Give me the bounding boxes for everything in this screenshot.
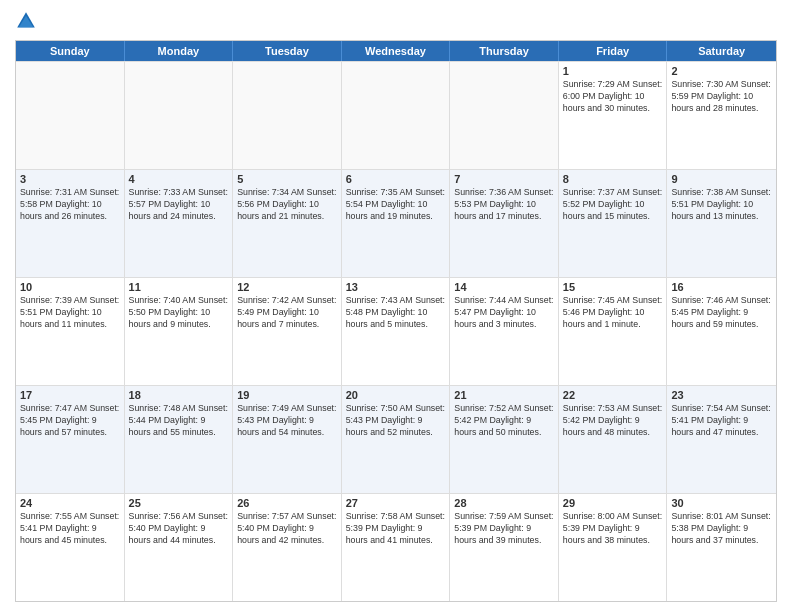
cal-cell: 15Sunrise: 7:45 AM Sunset: 5:46 PM Dayli…: [559, 278, 668, 385]
cell-info: Sunrise: 7:30 AM Sunset: 5:59 PM Dayligh…: [671, 79, 772, 115]
cell-info: Sunrise: 7:33 AM Sunset: 5:57 PM Dayligh…: [129, 187, 229, 223]
day-number: 29: [563, 497, 663, 509]
day-number: 18: [129, 389, 229, 401]
cal-cell: 28Sunrise: 7:59 AM Sunset: 5:39 PM Dayli…: [450, 494, 559, 601]
cal-cell: 17Sunrise: 7:47 AM Sunset: 5:45 PM Dayli…: [16, 386, 125, 493]
cal-cell: 24Sunrise: 7:55 AM Sunset: 5:41 PM Dayli…: [16, 494, 125, 601]
cal-cell: 13Sunrise: 7:43 AM Sunset: 5:48 PM Dayli…: [342, 278, 451, 385]
cal-cell: 4Sunrise: 7:33 AM Sunset: 5:57 PM Daylig…: [125, 170, 234, 277]
day-number: 9: [671, 173, 772, 185]
cell-info: Sunrise: 7:45 AM Sunset: 5:46 PM Dayligh…: [563, 295, 663, 331]
cell-info: Sunrise: 8:01 AM Sunset: 5:38 PM Dayligh…: [671, 511, 772, 547]
calendar-row-2: 3Sunrise: 7:31 AM Sunset: 5:58 PM Daylig…: [16, 169, 776, 277]
day-number: 26: [237, 497, 337, 509]
calendar-row-3: 10Sunrise: 7:39 AM Sunset: 5:51 PM Dayli…: [16, 277, 776, 385]
cell-info: Sunrise: 7:53 AM Sunset: 5:42 PM Dayligh…: [563, 403, 663, 439]
day-number: 22: [563, 389, 663, 401]
cal-cell: 12Sunrise: 7:42 AM Sunset: 5:49 PM Dayli…: [233, 278, 342, 385]
cell-info: Sunrise: 7:54 AM Sunset: 5:41 PM Dayligh…: [671, 403, 772, 439]
page: Sunday Monday Tuesday Wednesday Thursday…: [0, 0, 792, 612]
cal-cell: [16, 62, 125, 169]
cal-cell: 1Sunrise: 7:29 AM Sunset: 6:00 PM Daylig…: [559, 62, 668, 169]
cell-info: Sunrise: 7:59 AM Sunset: 5:39 PM Dayligh…: [454, 511, 554, 547]
cal-cell: 26Sunrise: 7:57 AM Sunset: 5:40 PM Dayli…: [233, 494, 342, 601]
cal-cell: 20Sunrise: 7:50 AM Sunset: 5:43 PM Dayli…: [342, 386, 451, 493]
cell-info: Sunrise: 7:31 AM Sunset: 5:58 PM Dayligh…: [20, 187, 120, 223]
cal-cell: 25Sunrise: 7:56 AM Sunset: 5:40 PM Dayli…: [125, 494, 234, 601]
day-number: 4: [129, 173, 229, 185]
cell-info: Sunrise: 7:52 AM Sunset: 5:42 PM Dayligh…: [454, 403, 554, 439]
day-number: 16: [671, 281, 772, 293]
day-number: 2: [671, 65, 772, 77]
day-number: 28: [454, 497, 554, 509]
cal-cell: 11Sunrise: 7:40 AM Sunset: 5:50 PM Dayli…: [125, 278, 234, 385]
calendar-row-4: 17Sunrise: 7:47 AM Sunset: 5:45 PM Dayli…: [16, 385, 776, 493]
cell-info: Sunrise: 8:00 AM Sunset: 5:39 PM Dayligh…: [563, 511, 663, 547]
cell-info: Sunrise: 7:46 AM Sunset: 5:45 PM Dayligh…: [671, 295, 772, 331]
calendar: Sunday Monday Tuesday Wednesday Thursday…: [15, 40, 777, 602]
day-number: 13: [346, 281, 446, 293]
cell-info: Sunrise: 7:44 AM Sunset: 5:47 PM Dayligh…: [454, 295, 554, 331]
weekday-monday: Monday: [125, 41, 234, 61]
day-number: 24: [20, 497, 120, 509]
day-number: 15: [563, 281, 663, 293]
day-number: 1: [563, 65, 663, 77]
cal-cell: 9Sunrise: 7:38 AM Sunset: 5:51 PM Daylig…: [667, 170, 776, 277]
day-number: 6: [346, 173, 446, 185]
cell-info: Sunrise: 7:43 AM Sunset: 5:48 PM Dayligh…: [346, 295, 446, 331]
cell-info: Sunrise: 7:49 AM Sunset: 5:43 PM Dayligh…: [237, 403, 337, 439]
cell-info: Sunrise: 7:38 AM Sunset: 5:51 PM Dayligh…: [671, 187, 772, 223]
cal-cell: 16Sunrise: 7:46 AM Sunset: 5:45 PM Dayli…: [667, 278, 776, 385]
cal-cell: [342, 62, 451, 169]
day-number: 8: [563, 173, 663, 185]
cell-info: Sunrise: 7:29 AM Sunset: 6:00 PM Dayligh…: [563, 79, 663, 115]
day-number: 5: [237, 173, 337, 185]
day-number: 21: [454, 389, 554, 401]
calendar-header: Sunday Monday Tuesday Wednesday Thursday…: [16, 41, 776, 61]
cell-info: Sunrise: 7:34 AM Sunset: 5:56 PM Dayligh…: [237, 187, 337, 223]
cal-cell: 18Sunrise: 7:48 AM Sunset: 5:44 PM Dayli…: [125, 386, 234, 493]
day-number: 14: [454, 281, 554, 293]
cal-cell: 19Sunrise: 7:49 AM Sunset: 5:43 PM Dayli…: [233, 386, 342, 493]
cal-cell: [233, 62, 342, 169]
cal-cell: [125, 62, 234, 169]
day-number: 23: [671, 389, 772, 401]
day-number: 25: [129, 497, 229, 509]
calendar-row-1: 1Sunrise: 7:29 AM Sunset: 6:00 PM Daylig…: [16, 61, 776, 169]
cal-cell: 29Sunrise: 8:00 AM Sunset: 5:39 PM Dayli…: [559, 494, 668, 601]
logo-icon: [15, 10, 37, 32]
cell-info: Sunrise: 7:42 AM Sunset: 5:49 PM Dayligh…: [237, 295, 337, 331]
cal-cell: 3Sunrise: 7:31 AM Sunset: 5:58 PM Daylig…: [16, 170, 125, 277]
cell-info: Sunrise: 7:37 AM Sunset: 5:52 PM Dayligh…: [563, 187, 663, 223]
cell-info: Sunrise: 7:35 AM Sunset: 5:54 PM Dayligh…: [346, 187, 446, 223]
day-number: 30: [671, 497, 772, 509]
cell-info: Sunrise: 7:56 AM Sunset: 5:40 PM Dayligh…: [129, 511, 229, 547]
weekday-saturday: Saturday: [667, 41, 776, 61]
day-number: 19: [237, 389, 337, 401]
cal-cell: 14Sunrise: 7:44 AM Sunset: 5:47 PM Dayli…: [450, 278, 559, 385]
cal-cell: 6Sunrise: 7:35 AM Sunset: 5:54 PM Daylig…: [342, 170, 451, 277]
cal-cell: 27Sunrise: 7:58 AM Sunset: 5:39 PM Dayli…: [342, 494, 451, 601]
cal-cell: 30Sunrise: 8:01 AM Sunset: 5:38 PM Dayli…: [667, 494, 776, 601]
cal-cell: 2Sunrise: 7:30 AM Sunset: 5:59 PM Daylig…: [667, 62, 776, 169]
cal-cell: 23Sunrise: 7:54 AM Sunset: 5:41 PM Dayli…: [667, 386, 776, 493]
weekday-friday: Friday: [559, 41, 668, 61]
cell-info: Sunrise: 7:47 AM Sunset: 5:45 PM Dayligh…: [20, 403, 120, 439]
cell-info: Sunrise: 7:58 AM Sunset: 5:39 PM Dayligh…: [346, 511, 446, 547]
day-number: 20: [346, 389, 446, 401]
cal-cell: 7Sunrise: 7:36 AM Sunset: 5:53 PM Daylig…: [450, 170, 559, 277]
day-number: 12: [237, 281, 337, 293]
logo: [15, 10, 41, 32]
calendar-body: 1Sunrise: 7:29 AM Sunset: 6:00 PM Daylig…: [16, 61, 776, 601]
cell-info: Sunrise: 7:55 AM Sunset: 5:41 PM Dayligh…: [20, 511, 120, 547]
weekday-sunday: Sunday: [16, 41, 125, 61]
header: [15, 10, 777, 32]
cal-cell: 21Sunrise: 7:52 AM Sunset: 5:42 PM Dayli…: [450, 386, 559, 493]
day-number: 7: [454, 173, 554, 185]
cal-cell: 5Sunrise: 7:34 AM Sunset: 5:56 PM Daylig…: [233, 170, 342, 277]
day-number: 27: [346, 497, 446, 509]
cal-cell: 10Sunrise: 7:39 AM Sunset: 5:51 PM Dayli…: [16, 278, 125, 385]
cell-info: Sunrise: 7:50 AM Sunset: 5:43 PM Dayligh…: [346, 403, 446, 439]
cell-info: Sunrise: 7:39 AM Sunset: 5:51 PM Dayligh…: [20, 295, 120, 331]
weekday-tuesday: Tuesday: [233, 41, 342, 61]
